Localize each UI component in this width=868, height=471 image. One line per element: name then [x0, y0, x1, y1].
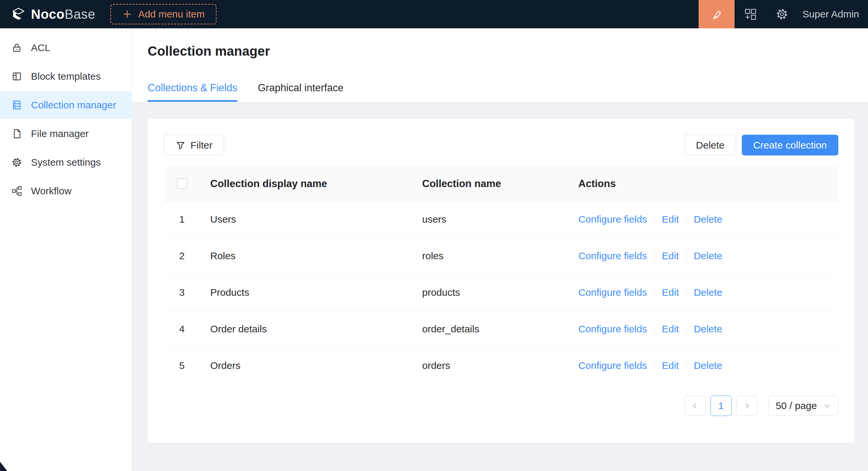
page-1-button[interactable]: 1: [711, 396, 732, 416]
plus-icon: [122, 9, 132, 19]
sidebar-item-label: ACL: [31, 42, 50, 53]
ui-editor-button[interactable]: [699, 0, 735, 28]
select-all-checkbox[interactable]: [177, 178, 187, 189]
column-divider: [412, 178, 412, 189]
gear-icon: [11, 157, 23, 168]
cell-collection-name: products: [412, 287, 566, 298]
action-divider: [654, 325, 654, 334]
sidebar-item-block-templates[interactable]: Block templates: [0, 63, 131, 90]
row-index: 1: [164, 214, 200, 225]
page-title: Collection manager: [148, 42, 852, 60]
sidebar: ACL Block templates Colle: [0, 28, 132, 471]
sidebar-item-label: Block templates: [31, 71, 101, 82]
configure-fields-link[interactable]: Configure fields: [578, 360, 647, 371]
pagination: 1 50 / page: [164, 396, 838, 416]
row-index: 2: [164, 250, 200, 262]
add-block-button[interactable]: [735, 0, 766, 28]
action-divider: [654, 362, 654, 371]
delete-link[interactable]: Delete: [694, 214, 722, 225]
gear-icon: [775, 8, 788, 21]
cell-actions: Configure fieldsEditDelete: [566, 214, 838, 225]
column-divider: [566, 178, 567, 189]
page-size-select[interactable]: 50 / page: [768, 396, 838, 416]
cell-collection-name: users: [412, 214, 566, 225]
chevron-right-icon: [743, 402, 751, 409]
tab-graphical-interface[interactable]: Graphical interface: [258, 82, 343, 102]
layout-icon: [11, 71, 23, 82]
card-toolbar: Filter Delete Create collection: [164, 135, 838, 156]
sidebar-item-file-manager[interactable]: File manager: [0, 120, 131, 147]
edit-link[interactable]: Edit: [662, 360, 679, 371]
cell-display-name: Products: [200, 287, 412, 298]
table-row: 4 Order details order_details Configure …: [164, 311, 838, 347]
delete-button[interactable]: Delete: [684, 135, 736, 156]
user-menu[interactable]: Super Admin: [802, 8, 868, 20]
configure-fields-link[interactable]: Configure fields: [578, 287, 647, 298]
cell-display-name: Orders: [200, 360, 412, 371]
cell-actions: Configure fieldsEditDelete: [566, 250, 838, 262]
highlighter-icon: [710, 8, 723, 21]
app-window: NocoBase Add menu item: [0, 0, 868, 471]
file-icon: [11, 128, 23, 139]
top-navbar: NocoBase Add menu item: [0, 0, 868, 28]
action-divider: [686, 215, 686, 225]
edit-link[interactable]: Edit: [662, 214, 679, 225]
configure-fields-link[interactable]: Configure fields: [578, 250, 647, 261]
settings-button[interactable]: [766, 0, 798, 28]
table-row: 5 Orders orders Configure fieldsEditDele…: [164, 347, 838, 384]
sidebar-item-workflow[interactable]: Workflow: [0, 177, 131, 205]
cell-collection-name: orders: [412, 360, 566, 371]
edit-link[interactable]: Edit: [662, 250, 679, 261]
action-divider: [654, 215, 654, 225]
delete-link[interactable]: Delete: [694, 287, 722, 298]
cell-display-name: Roles: [200, 250, 412, 262]
add-menu-item-button[interactable]: Add menu item: [111, 4, 217, 24]
action-divider: [686, 289, 686, 298]
sidebar-item-acl[interactable]: ACL: [0, 34, 131, 62]
filter-button[interactable]: Filter: [164, 135, 224, 156]
nocobase-logo-icon: [11, 7, 26, 22]
collections-card: Filter Delete Create collection Coll: [148, 119, 854, 443]
brand-name: NocoBase: [31, 7, 95, 22]
action-divider: [686, 325, 686, 334]
delete-link[interactable]: Delete: [694, 360, 722, 371]
partition-icon: [11, 186, 23, 197]
edit-link[interactable]: Edit: [662, 324, 679, 334]
create-collection-button[interactable]: Create collection: [742, 135, 838, 156]
edit-link[interactable]: Edit: [662, 287, 679, 298]
tab-bar: Collections & Fields Graphical interface: [148, 82, 852, 102]
appstore-add-icon: [744, 8, 756, 21]
column-header-display-name: Collection display name: [200, 166, 412, 201]
sidebar-item-collection-manager[interactable]: Collection manager: [0, 91, 131, 119]
collections-table: Collection display name Collection name …: [164, 166, 838, 384]
chevron-left-icon: [691, 402, 699, 409]
prev-page-button[interactable]: [684, 396, 706, 416]
action-divider: [654, 289, 654, 298]
sidebar-item-label: System settings: [31, 157, 101, 168]
cell-display-name: Users: [200, 214, 412, 225]
sidebar-item-label: Workflow: [31, 186, 71, 197]
configure-fields-link[interactable]: Configure fields: [578, 214, 647, 225]
row-index: 5: [164, 360, 200, 371]
page-body: Filter Delete Create collection Coll: [132, 102, 868, 471]
table-row: 2 Roles roles Configure fieldsEditDelete: [164, 238, 838, 274]
tab-collections-and-fields[interactable]: Collections & Fields: [148, 82, 237, 102]
main-content: Collection manager Collections & Fields …: [132, 28, 868, 471]
table-row: 3 Products products Configure fieldsEdit…: [164, 274, 838, 311]
next-page-button[interactable]: [737, 396, 757, 416]
chevron-down-icon: [824, 402, 831, 409]
configure-fields-link[interactable]: Configure fields: [578, 324, 647, 334]
cell-actions: Configure fieldsEditDelete: [566, 324, 838, 335]
cell-actions: Configure fieldsEditDelete: [566, 360, 838, 371]
database-icon: [11, 99, 23, 111]
action-divider: [686, 252, 686, 261]
row-index: 4: [164, 324, 200, 335]
table-header-row: Collection display name Collection name …: [164, 166, 838, 201]
sidebar-item-system-settings[interactable]: System settings: [0, 148, 131, 176]
add-menu-item-label: Add menu item: [138, 8, 205, 20]
action-divider: [686, 362, 686, 371]
delete-link[interactable]: Delete: [694, 250, 722, 261]
brand-logo[interactable]: NocoBase: [0, 7, 95, 22]
table-row: 1 Users users Configure fieldsEditDelete: [164, 201, 838, 238]
delete-link[interactable]: Delete: [694, 324, 722, 334]
